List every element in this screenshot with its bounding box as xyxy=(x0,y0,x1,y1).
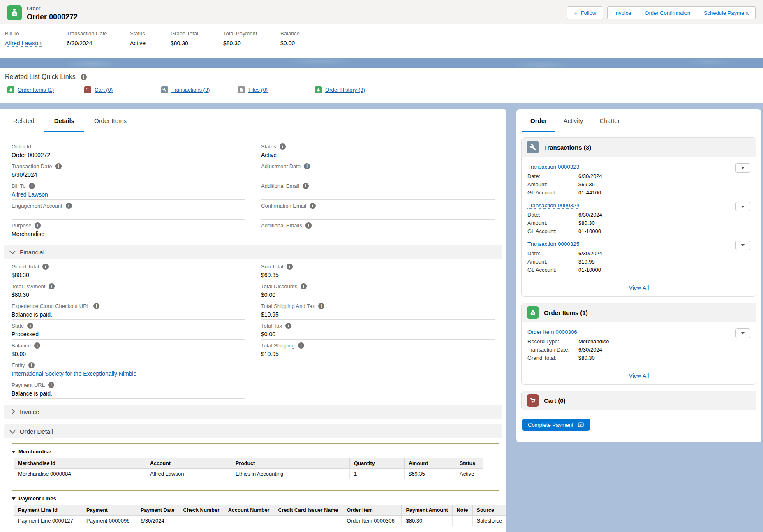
transaction-link[interactable]: Transaction 0000323 xyxy=(527,164,579,170)
info-icon[interactable] xyxy=(303,183,309,189)
page-title: Order 0000272 xyxy=(27,13,78,21)
row-actions-button[interactable] xyxy=(735,328,750,338)
info-icon[interactable] xyxy=(27,323,33,329)
row-actions-button[interactable] xyxy=(735,241,750,250)
field-state: State Processed xyxy=(12,320,245,340)
payment-link[interactable]: Payment 0000096 xyxy=(86,518,130,524)
summary-status: Status Active xyxy=(130,30,171,58)
table-row: Merchandise 0000084 Alfred Lawson Ethics… xyxy=(14,469,483,479)
column-header: Account xyxy=(146,458,231,469)
info-icon[interactable] xyxy=(280,143,286,150)
tab-related[interactable]: Related xyxy=(3,109,44,132)
info-icon[interactable] xyxy=(310,203,316,209)
gl-account-link[interactable]: 01-44100 xyxy=(578,190,601,196)
info-icon[interactable] xyxy=(49,283,55,289)
quick-link-order-history: Order History (3) xyxy=(315,86,392,93)
merchandise-id-link[interactable]: Merchandise 0000084 xyxy=(18,471,71,477)
tab-order-items[interactable]: Order Items xyxy=(84,109,136,132)
info-icon[interactable] xyxy=(298,342,304,349)
order-item-link[interactable]: Order Item 0000306 xyxy=(347,518,394,524)
info-icon[interactable] xyxy=(287,264,293,270)
view-all-link[interactable]: View All xyxy=(629,372,649,379)
main-tabs: Related Details Order Items xyxy=(0,109,506,132)
transactions-card-header[interactable]: Transactions (3) xyxy=(522,138,756,157)
record-detail-panel: Related Details Order Items Order Id Ord… xyxy=(0,109,506,532)
gl-account-link[interactable]: 01-10000 xyxy=(578,228,601,234)
info-icon[interactable] xyxy=(66,203,72,209)
invoice-button[interactable]: Invoice xyxy=(607,6,638,19)
tab-chatter[interactable]: Chatter xyxy=(591,109,628,132)
tab-order[interactable]: Order xyxy=(522,109,555,132)
field-confirmation-email: Confirmation Email xyxy=(261,200,495,220)
field-order-id: Order Id Order 0000272 xyxy=(12,141,245,160)
bill-to-link[interactable]: Alfred Lawson xyxy=(12,191,48,198)
info-icon[interactable] xyxy=(285,323,291,329)
bill-to-link[interactable]: Alfred Lawson xyxy=(5,40,42,47)
field-transaction-date: Transaction Date 6/30/2024 xyxy=(12,160,245,180)
transaction-link[interactable]: Transaction 0000324 xyxy=(527,202,579,209)
financial-section-header[interactable]: Financial xyxy=(4,245,502,259)
merchandise-table: Merchandise Id Account Product Quantity … xyxy=(14,458,483,479)
section-divider xyxy=(12,490,499,491)
field-total-discounts: Total Discounts $0.00 xyxy=(261,280,495,300)
summary-balance: Balance $0.00 xyxy=(280,30,330,58)
complete-payment-button[interactable]: Complete Payment xyxy=(522,419,590,431)
product-link[interactable]: Ethics in Accounting xyxy=(236,471,283,477)
account-link[interactable]: Alfred Lawson xyxy=(150,471,184,477)
summary-grand-total: Grand Total $80.30 xyxy=(171,30,223,58)
plus-icon xyxy=(574,9,578,16)
summary-transaction-date: Transaction Date 6/30/2024 xyxy=(67,30,130,58)
order-confirmation-button[interactable]: Order Confirmation xyxy=(638,6,697,19)
column-header: Payment Date xyxy=(136,505,179,516)
view-all-link[interactable]: View All xyxy=(629,285,649,291)
column-header: Check Number xyxy=(179,505,224,516)
info-icon[interactable] xyxy=(55,163,62,169)
schedule-payment-button[interactable]: Schedule Payment xyxy=(697,6,756,19)
chevron-down-icon xyxy=(9,249,15,254)
info-icon[interactable] xyxy=(42,264,49,270)
info-icon[interactable] xyxy=(304,163,310,169)
order-detail-section-header[interactable]: Order Detail xyxy=(4,424,502,438)
transaction-item: Transaction 0000323 Date:6/30/2024 Amoun… xyxy=(527,163,750,196)
gl-account-link[interactable]: 01-10000 xyxy=(578,267,601,273)
merchandise-subsection-toggle[interactable]: Merchandise xyxy=(12,449,506,455)
entity-link[interactable]: International Society for the Exceptiona… xyxy=(12,370,136,377)
transaction-link[interactable]: Transaction 0000325 xyxy=(527,241,579,247)
info-icon[interactable] xyxy=(318,303,324,309)
cart-card-header[interactable]: Cart (0) xyxy=(522,391,756,410)
column-header: Amount xyxy=(405,458,455,469)
transactions-card: Transactions (3) Transaction 0000323 Dat… xyxy=(521,137,756,297)
field-balance: Balance $0.00 xyxy=(12,340,245,359)
row-actions-button[interactable] xyxy=(735,202,750,211)
quick-link-cart: Cart (0) xyxy=(84,86,161,93)
tab-activity[interactable]: Activity xyxy=(555,109,592,132)
tab-details[interactable]: Details xyxy=(44,109,84,132)
record-highlights: Bill To Alfred Lawson Transaction Date 6… xyxy=(0,24,763,58)
payment-lines-subsection-toggle[interactable]: Payment Lines xyxy=(12,495,506,502)
field-total-payment: Total Payment $80.30 xyxy=(12,280,245,300)
field-additional-emails: Additional Emails xyxy=(261,220,495,239)
info-icon[interactable] xyxy=(93,303,99,309)
payment-line-id-link[interactable]: Payment Line 0000127 xyxy=(18,518,73,524)
field-total-shipping-and-tax: Total Shipping And Tax $10.95 xyxy=(261,300,495,320)
order-items-card-header[interactable]: $ Order Items (1) xyxy=(522,303,756,322)
info-icon[interactable] xyxy=(305,222,312,229)
transaction-item: Transaction 0000325 Date:6/30/2024 Amoun… xyxy=(527,240,750,273)
field-bill-to: Bill To Alfred Lawson xyxy=(12,180,245,200)
info-icon[interactable] xyxy=(48,382,54,388)
order-item-link[interactable]: Order Item 0000306 xyxy=(527,329,577,335)
row-actions-button[interactable] xyxy=(735,163,750,173)
record-type-label: Order xyxy=(27,5,78,12)
invoice-section-header[interactable]: Invoice xyxy=(4,405,502,419)
info-icon[interactable] xyxy=(29,183,35,189)
record-type-link[interactable]: Merchandise xyxy=(578,338,609,345)
column-header: Note xyxy=(452,505,472,516)
info-icon[interactable] xyxy=(35,222,41,229)
info-icon[interactable] xyxy=(34,342,40,349)
info-icon[interactable] xyxy=(301,283,307,289)
info-icon[interactable] xyxy=(81,74,87,80)
info-icon[interactable] xyxy=(28,362,35,368)
follow-button[interactable]: Follow xyxy=(567,6,603,19)
caret-down-icon xyxy=(741,167,745,169)
caret-down-icon xyxy=(741,244,745,246)
